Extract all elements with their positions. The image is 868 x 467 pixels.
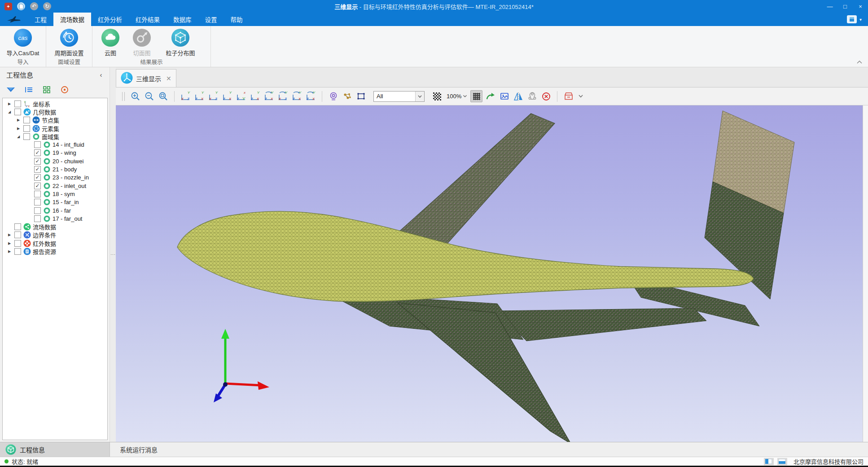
menu-item-flowfield-data[interactable]: 流场数据 bbox=[53, 13, 91, 26]
visibility-checkbox[interactable] bbox=[34, 199, 41, 205]
tree-item[interactable]: 15 - far_in bbox=[3, 198, 107, 206]
zoom-fit-icon[interactable] bbox=[157, 90, 169, 102]
mirror-icon[interactable] bbox=[512, 90, 524, 102]
molecule-icon[interactable] bbox=[341, 90, 353, 102]
zoom-in-icon[interactable] bbox=[129, 90, 141, 102]
app-pin-icon[interactable]: ✦ bbox=[4, 3, 12, 10]
rotate-view-icon[interactable]: Yzx bbox=[291, 90, 303, 102]
tree-item[interactable]: ✓20 - chuiwei bbox=[3, 157, 107, 165]
tree-item[interactable]: 17 - far_out bbox=[3, 214, 107, 223]
maximize-button[interactable]: □ bbox=[837, 0, 853, 13]
dither-icon[interactable] bbox=[431, 90, 443, 102]
probe-icon[interactable] bbox=[327, 90, 339, 102]
visibility-checkbox[interactable] bbox=[34, 207, 41, 214]
target-icon[interactable] bbox=[59, 85, 70, 95]
expander-expanded-icon[interactable]: ◢ bbox=[6, 110, 13, 114]
tree-item[interactable]: ◢面域集 bbox=[3, 132, 107, 140]
combobox-dropdown-icon[interactable] bbox=[415, 92, 424, 101]
view-orientation-icon[interactable]: Yxz bbox=[180, 90, 192, 102]
new-file-icon[interactable] bbox=[17, 2, 25, 10]
ribbon-collapse-chevron-icon[interactable] bbox=[856, 59, 863, 65]
visibility-checkbox[interactable] bbox=[14, 223, 21, 230]
particle-distribution-button[interactable]: 粒子分布图 bbox=[159, 28, 202, 57]
visibility-checkbox[interactable]: ✓ bbox=[34, 158, 41, 165]
visibility-checkbox[interactable] bbox=[34, 141, 41, 148]
tree-item[interactable]: ✓21 - body bbox=[3, 165, 107, 173]
visibility-checkbox[interactable]: ✓ bbox=[34, 183, 41, 189]
layout-toggle-left-icon[interactable] bbox=[764, 458, 774, 465]
expander-expanded-icon[interactable]: ◢ bbox=[15, 135, 22, 139]
tree-item[interactable]: ▶红外数据 bbox=[3, 239, 107, 247]
visibility-checkbox[interactable]: ✓ bbox=[34, 166, 41, 173]
expander-collapsed-icon[interactable]: ▶ bbox=[15, 127, 22, 131]
visibility-checkbox[interactable] bbox=[34, 215, 41, 222]
redo-icon[interactable]: ↻ bbox=[43, 2, 51, 10]
export-arrow-icon[interactable] bbox=[484, 90, 496, 102]
visibility-checkbox[interactable]: ✓ bbox=[34, 149, 41, 156]
zoom-level-dropdown[interactable]: 100% bbox=[445, 91, 469, 102]
tree-item[interactable]: ▶报告资源 bbox=[3, 247, 107, 255]
visibility-checkbox[interactable] bbox=[23, 125, 30, 132]
cancel-icon[interactable] bbox=[540, 90, 552, 102]
close-button[interactable]: × bbox=[853, 0, 868, 13]
menu-item-infrared-results[interactable]: 红外结果 bbox=[129, 13, 167, 26]
visibility-checkbox[interactable] bbox=[14, 248, 21, 255]
grid-view-icon[interactable] bbox=[41, 85, 52, 95]
view-orientation-icon[interactable]: Yxz bbox=[207, 90, 219, 102]
visibility-checkbox[interactable] bbox=[23, 117, 30, 123]
expander-collapsed-icon[interactable]: ▶ bbox=[6, 241, 13, 245]
tree-item[interactable]: ◢几何数据 bbox=[3, 108, 107, 116]
project-info-dock-button[interactable]: 工程信息 bbox=[0, 442, 110, 457]
sidebar-collapse-icon[interactable]: ‹ bbox=[97, 71, 105, 79]
save-options-caret-icon[interactable] bbox=[576, 91, 585, 102]
tree-item[interactable]: 14 - int_fluid bbox=[3, 140, 107, 148]
visibility-checkbox[interactable] bbox=[23, 133, 30, 140]
zoom-out-icon[interactable] bbox=[143, 90, 155, 102]
menu-item-infrared-analysis[interactable]: 红外分析 bbox=[91, 13, 129, 26]
tree-item[interactable]: ▶边界条件 bbox=[3, 231, 107, 239]
tree-item[interactable]: ▶元素集 bbox=[3, 124, 107, 132]
save-box-icon[interactable] bbox=[562, 90, 574, 102]
visibility-checkbox[interactable] bbox=[14, 240, 21, 247]
tree-list-icon[interactable] bbox=[23, 85, 34, 95]
tree-item[interactable]: ✓19 - wing bbox=[3, 149, 107, 157]
expander-collapsed-icon[interactable]: ▶ bbox=[6, 249, 13, 253]
menu-item-help[interactable]: 帮助 bbox=[224, 13, 250, 26]
grid-icon[interactable] bbox=[470, 90, 482, 102]
undo-icon[interactable]: ↶ bbox=[30, 2, 38, 10]
import-cas-dat-button[interactable]: cas 导入Cas/Dat bbox=[4, 28, 42, 57]
tree-item[interactable]: 流场数据 bbox=[3, 223, 107, 231]
rings-icon[interactable] bbox=[526, 90, 538, 102]
box-select-icon[interactable] bbox=[355, 90, 367, 102]
expander-collapsed-icon[interactable]: ▶ bbox=[6, 233, 13, 237]
expander-collapsed-icon[interactable]: ▶ bbox=[15, 118, 22, 122]
visibility-checkbox[interactable] bbox=[14, 100, 21, 107]
tree-item[interactable]: ✓23 - nozzle_in bbox=[3, 174, 107, 182]
surface-filter-combobox[interactable]: All bbox=[373, 91, 425, 102]
visibility-checkbox[interactable]: ✓ bbox=[34, 174, 41, 181]
filter-icon[interactable] bbox=[5, 85, 16, 95]
visibility-checkbox[interactable] bbox=[34, 191, 41, 197]
menu-item-project[interactable]: 工程 bbox=[28, 13, 53, 26]
visibility-checkbox[interactable] bbox=[14, 109, 21, 115]
tree-item[interactable]: ▶节点集 bbox=[3, 116, 107, 124]
menu-item-database[interactable]: 数据库 bbox=[167, 13, 198, 26]
tab-3d-view[interactable]: 三维显示 ✕ bbox=[116, 69, 176, 87]
tree-item[interactable]: ✓22 - inlet_out bbox=[3, 182, 107, 190]
expander-collapsed-icon[interactable]: ▶ bbox=[6, 102, 13, 106]
tree-item[interactable]: ▶Yzx坐标系 bbox=[3, 100, 107, 108]
panel-splitter[interactable]: ⋮ bbox=[110, 67, 116, 442]
menu-overflow-caret-icon[interactable]: ▾ bbox=[859, 17, 862, 22]
periodic-surface-button[interactable]: 周期面设置 bbox=[50, 28, 88, 57]
rotate-view-icon[interactable]: Yzx bbox=[263, 90, 275, 102]
view-orientation-icon[interactable]: Yzx bbox=[249, 90, 261, 102]
snapshot-icon[interactable] bbox=[498, 90, 510, 102]
3d-viewport[interactable] bbox=[116, 105, 863, 442]
theme-icon[interactable] bbox=[847, 15, 857, 23]
rotate-view-icon[interactable]: Yxz bbox=[277, 90, 289, 102]
view-orientation-icon[interactable]: xzY bbox=[235, 90, 247, 102]
view-orientation-icon[interactable]: Yzx bbox=[221, 90, 233, 102]
minimize-button[interactable]: — bbox=[822, 0, 837, 13]
visibility-checkbox[interactable] bbox=[14, 231, 21, 238]
toolbar-drag-handle[interactable] bbox=[122, 92, 125, 101]
